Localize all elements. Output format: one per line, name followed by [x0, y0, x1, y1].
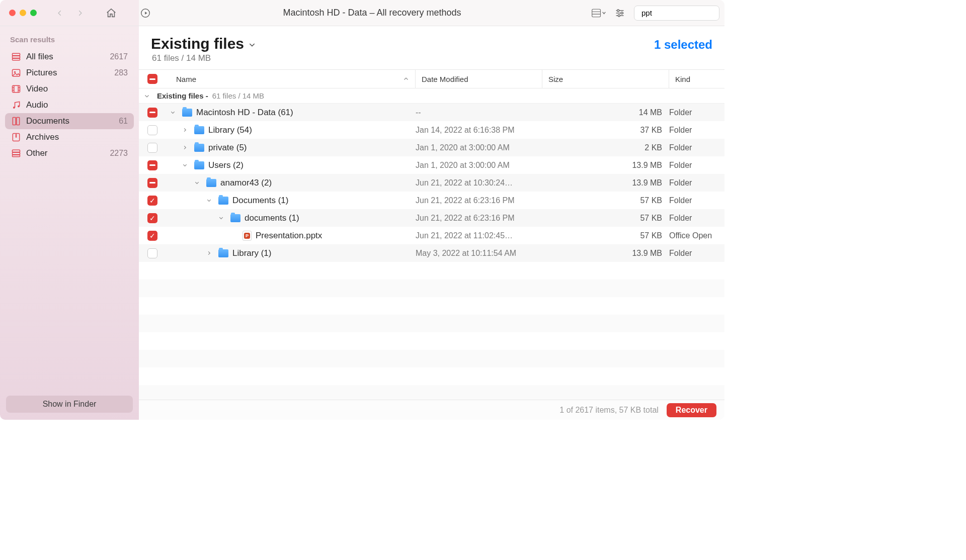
- chevron-left-icon: [56, 10, 63, 17]
- file-date: Jun 21, 2022 at 11:02:45…: [416, 231, 542, 240]
- file-size: 57 KB: [542, 231, 669, 240]
- checkbox-unchecked[interactable]: [147, 143, 157, 153]
- column-size[interactable]: Size: [542, 70, 669, 88]
- clock-rewind-icon: [140, 8, 151, 19]
- svg-point-13: [18, 106, 20, 108]
- minimize-window-button[interactable]: [20, 10, 26, 16]
- chevron-up-icon: [403, 76, 409, 82]
- column-kind[interactable]: Kind: [669, 70, 725, 88]
- file-date: Jun 21, 2022 at 6:23:16 PM: [416, 196, 542, 205]
- disclosure-toggle[interactable]: [182, 145, 190, 150]
- file-date: Jan 1, 2020 at 3:00:00 AM: [416, 161, 542, 170]
- toolbar: Macintosh HD - Data – All recovery metho…: [0, 0, 725, 26]
- close-window-button[interactable]: [9, 10, 16, 16]
- selected-count[interactable]: 1 selected: [654, 38, 712, 52]
- sidebar-item-video[interactable]: Video: [5, 81, 134, 97]
- file-date: Jun 21, 2022 at 6:23:16 PM: [416, 214, 542, 223]
- svg-rect-11: [13, 85, 20, 92]
- svg-rect-8: [13, 58, 20, 60]
- checkbox-mixed[interactable]: [147, 108, 157, 118]
- sidebar-item-pictures[interactable]: Pictures283: [5, 65, 134, 81]
- footer: 1 of 2617 items, 57 KB total Recover: [139, 400, 725, 420]
- disclosure-toggle[interactable]: [218, 215, 226, 221]
- checkbox-unchecked[interactable]: [147, 125, 157, 135]
- disclosure-toggle[interactable]: [206, 250, 214, 256]
- title-dropdown[interactable]: [248, 41, 256, 49]
- file-kind: Folder: [669, 196, 725, 205]
- column-size-label: Size: [548, 75, 563, 83]
- nav-back-button[interactable]: [53, 6, 67, 20]
- sidebar-item-all-files[interactable]: All files2617: [5, 49, 134, 65]
- column-date-label: Date Modified: [422, 75, 468, 83]
- sidebar-item-archives[interactable]: Archives: [5, 129, 134, 145]
- sidebar-header: Scan results: [10, 35, 129, 44]
- footer-status: 1 of 2617 items, 57 KB total: [559, 406, 659, 415]
- sidebar-item-other[interactable]: Other2273: [5, 145, 134, 161]
- time-machine-button[interactable]: [138, 6, 152, 20]
- stack-icon: [11, 148, 21, 158]
- film-icon: [11, 84, 21, 94]
- zoom-window-button[interactable]: [30, 10, 37, 16]
- view-mode-button[interactable]: [592, 6, 606, 20]
- home-icon: [106, 8, 117, 19]
- checkbox-mixed[interactable]: [147, 160, 157, 170]
- folder-icon: [194, 126, 204, 134]
- chevron-down-icon: [248, 41, 256, 49]
- file-kind: Folder: [669, 249, 725, 258]
- sidebar-item-label: Audio: [26, 100, 48, 110]
- sort-indicator: [403, 76, 409, 82]
- search-input[interactable]: [641, 9, 725, 17]
- file-list[interactable]: Macintosh HD - Data (61)--14 MBFolderLib…: [139, 104, 725, 400]
- show-in-finder-button[interactable]: Show in Finder: [6, 396, 133, 413]
- disclosure-toggle[interactable]: [170, 110, 178, 115]
- sidebar-item-documents[interactable]: Documents61: [5, 113, 134, 129]
- disclosure-toggle[interactable]: [182, 127, 190, 133]
- column-kind-label: Kind: [675, 75, 690, 83]
- checkbox-checked[interactable]: ✓: [147, 231, 157, 241]
- svg-rect-19: [13, 155, 20, 156]
- table-row[interactable]: private (5)Jan 1, 2020 at 3:00:00 AM2 KB…: [139, 139, 725, 156]
- recover-button[interactable]: Recover: [667, 403, 716, 417]
- svg-rect-15: [17, 118, 20, 125]
- file-size: 13.9 MB: [542, 178, 669, 188]
- sidebar-item-audio[interactable]: Audio: [5, 97, 134, 113]
- svg-rect-14: [13, 118, 16, 125]
- disclosure-toggle[interactable]: [194, 180, 202, 185]
- column-date[interactable]: Date Modified: [416, 70, 542, 88]
- nav-forward-button[interactable]: [73, 6, 87, 20]
- page-subtitle: 61 files / 14 MB: [139, 52, 725, 69]
- svg-rect-7: [13, 56, 20, 58]
- window-title: Macintosh HD - Data – All recovery metho…: [158, 8, 586, 18]
- disclosure-toggle[interactable]: [182, 162, 190, 168]
- table-row[interactable]: anamor43 (2)Jun 21, 2022 at 10:30:24…13.…: [139, 174, 725, 192]
- checkbox-unchecked[interactable]: [147, 248, 157, 258]
- home-button[interactable]: [104, 6, 118, 20]
- checkbox-checked[interactable]: ✓: [147, 196, 157, 206]
- filter-button[interactable]: [613, 6, 627, 20]
- file-kind: Folder: [669, 161, 725, 170]
- window-controls: [9, 10, 37, 16]
- file-kind: Folder: [669, 214, 725, 223]
- sidebar-item-count: 2273: [110, 149, 128, 158]
- table-row[interactable]: ✓Documents (1)Jun 21, 2022 at 6:23:16 PM…: [139, 192, 725, 209]
- table-row[interactable]: Users (2)Jan 1, 2020 at 3:00:00 AM13.9 M…: [139, 156, 725, 174]
- group-header[interactable]: Existing files - 61 files / 14 MB: [139, 88, 725, 104]
- search-field[interactable]: ✕: [634, 6, 719, 21]
- folder-icon: [194, 144, 204, 152]
- sidebar-item-label: Documents: [26, 116, 69, 126]
- svg-point-10: [14, 71, 16, 73]
- table-row[interactable]: Library (1)May 3, 2022 at 10:11:54 AM13.…: [139, 244, 725, 262]
- sidebar-item-label: All files: [26, 52, 53, 62]
- column-name[interactable]: Name: [166, 70, 416, 88]
- table-row[interactable]: ✓documents (1)Jun 21, 2022 at 6:23:16 PM…: [139, 209, 725, 227]
- sidebar-item-count: 2617: [110, 52, 128, 61]
- table-row[interactable]: Library (54)Jan 14, 2022 at 6:16:38 PM37…: [139, 121, 725, 139]
- select-all-checkbox[interactable]: [147, 74, 157, 84]
- sidebar: Scan results All files2617Pictures283Vid…: [0, 26, 139, 420]
- table-row[interactable]: Macintosh HD - Data (61)--14 MBFolder: [139, 104, 725, 121]
- table-row[interactable]: ✓Presentation.pptxJun 21, 2022 at 11:02:…: [139, 227, 725, 244]
- checkbox-mixed[interactable]: [147, 178, 157, 188]
- checkbox-checked[interactable]: ✓: [147, 213, 157, 223]
- disclosure-toggle[interactable]: [206, 198, 214, 203]
- svg-rect-6: [13, 53, 20, 55]
